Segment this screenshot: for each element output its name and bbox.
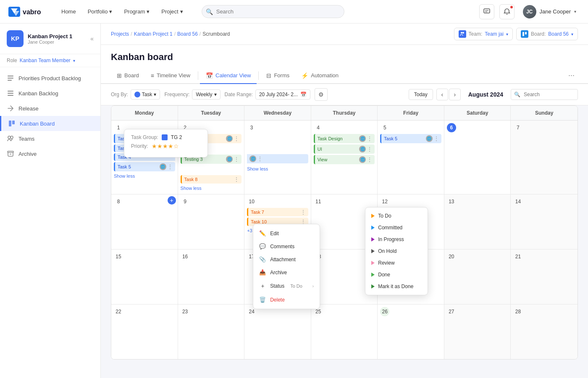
next-arrow-button[interactable]: ›	[449, 89, 461, 100]
task4-wed[interactable]: 🌐 ⋮	[247, 154, 308, 163]
task4-wed-dots[interactable]: ⋮	[257, 156, 262, 162]
date-range-label: Date Range:	[225, 92, 253, 97]
tab-calendar[interactable]: 📅 Calendar View	[200, 68, 257, 84]
sidebar-item-label-kanban-board: Kanban Board	[20, 121, 55, 127]
task-bar-task5-fri[interactable]: Task 5 🌐 ⋮	[380, 134, 441, 143]
priorities-icon	[7, 74, 14, 82]
add-task-w2-mon[interactable]: +	[168, 196, 176, 205]
popup-group-value: TG 2	[171, 134, 182, 140]
status-in-progress[interactable]: In Progress	[365, 234, 428, 245]
ui-dots[interactable]: ⋮	[367, 146, 372, 152]
view-dots[interactable]: ⋮	[367, 157, 372, 163]
task-bar-task8[interactable]: Task 8 ⋮	[181, 175, 242, 184]
task-bar-task7[interactable]: Task 7 ⋮	[247, 208, 308, 216]
frequency-select[interactable]: Weekly ▾	[192, 89, 220, 100]
day-num-21: 21	[513, 252, 522, 261]
sidebar-item-kanban-board[interactable]: Kanban Board	[0, 116, 100, 131]
ctx-edit-label: Edit	[270, 231, 279, 236]
sidebar-item-release[interactable]: Release	[0, 101, 100, 116]
day-header-sat: Saturday	[444, 106, 511, 120]
calendar-tab-label: Calendar View	[215, 72, 251, 79]
sidebar-item-archive[interactable]: Archive	[0, 146, 100, 161]
status-todo[interactable]: To Do	[365, 210, 428, 222]
sidebar-collapse-button[interactable]: «	[90, 35, 94, 42]
teams-icon	[7, 135, 14, 142]
notifications-button[interactable]	[499, 4, 514, 19]
edit-icon: ✏️	[259, 230, 266, 236]
task8-dots[interactable]: ⋮	[234, 176, 239, 182]
nav-links: Home Portfolio ▾ Program ▾ Project ▾	[56, 6, 188, 17]
task7-dots[interactable]: ⋮	[301, 209, 306, 215]
task-bar-view[interactable]: View 🌐 ⋮	[314, 155, 375, 164]
sidebar-item-priorities[interactable]: Priorities Product Backlog	[0, 71, 100, 86]
logo-svg: vabro	[8, 5, 46, 18]
status-committed[interactable]: Committed	[365, 222, 428, 234]
day-num-10: 10	[247, 197, 256, 206]
calendar-search-input[interactable]	[511, 89, 578, 100]
task-bar-ui[interactable]: UI 🌐 ⋮	[314, 144, 375, 154]
task-bar-task5-w1[interactable]: Task 5 🌐 ⋮	[114, 162, 175, 171]
testing3-dots[interactable]: ⋮	[234, 156, 239, 162]
status-done[interactable]: Done	[365, 269, 428, 281]
tab-more-button[interactable]: ···	[565, 68, 578, 83]
nav-project[interactable]: Project ▾	[156, 6, 188, 17]
sidebar-item-teams[interactable]: Teams	[0, 131, 100, 146]
task-circle-icon	[134, 92, 140, 97]
org-by-select[interactable]: Task ▾	[131, 89, 160, 100]
status-on-hold[interactable]: On Hold	[365, 245, 428, 257]
nav-portfolio[interactable]: Portfolio ▾	[83, 6, 118, 17]
show-less-wed[interactable]: Show less	[247, 165, 308, 172]
date-range-picker[interactable]: 20 July 2024- 2... 📅	[255, 89, 310, 100]
nav-program[interactable]: Program ▾	[119, 6, 155, 17]
task5-w1-dots[interactable]: ⋮	[168, 164, 173, 170]
task-bar-task-design[interactable]: Task Design 🌐 ⋮	[314, 134, 375, 143]
board-selector[interactable]: Board: Board 56 ▾	[516, 28, 578, 40]
day-header-sun: Sunday	[511, 106, 578, 120]
breadcrumb-board[interactable]: Board 56	[177, 31, 198, 37]
tab-board[interactable]: ⊞ Board	[111, 68, 145, 84]
messages-button[interactable]	[479, 4, 494, 19]
board-selector-label: Board:	[531, 31, 546, 37]
breadcrumb-controls: Team: Team jai ▾ Board: Board 56 ▾	[454, 28, 578, 40]
status-mark-done[interactable]: Mark it as Done	[365, 281, 428, 292]
nav-home[interactable]: Home	[56, 6, 81, 17]
popup-priority-row: Priority: ★★★★☆	[131, 143, 201, 150]
filter-button[interactable]: ⚙	[315, 88, 328, 101]
team-selector[interactable]: Team: Team jai ▾	[454, 28, 513, 40]
ctx-comments[interactable]: 💬 Comments	[253, 240, 320, 253]
task4-cont-wed: 🌐 ⋮	[247, 154, 308, 164]
project-name: Kanban Project 1	[28, 33, 72, 39]
ctx-archive[interactable]: 📥 Archive	[253, 266, 320, 279]
board-selector-value: Board 56	[548, 31, 569, 37]
ctx-status[interactable]: ＋ Status To Do ›	[253, 279, 320, 293]
global-search[interactable]: 🔍	[202, 5, 344, 18]
prev-arrow-button[interactable]: ‹	[436, 89, 448, 100]
user-menu-button[interactable]: JC Jane Cooper ▾	[520, 3, 580, 20]
tab-timeline[interactable]: ≡ Timeline View	[145, 68, 196, 84]
day-num-5: 5	[380, 123, 389, 132]
ctx-comments-label: Comments	[270, 244, 294, 249]
task5-fri-dots[interactable]: ⋮	[434, 136, 439, 142]
task6-dots[interactable]: ⋮	[234, 136, 239, 142]
show-less-tue[interactable]: Show less	[181, 185, 242, 192]
board-tab-icon: ⊞	[117, 72, 122, 79]
ctx-delete[interactable]: 🗑️ Delete	[253, 293, 320, 306]
tab-automation[interactable]: ⚡ Automation	[295, 68, 344, 84]
search-input[interactable]	[202, 5, 344, 18]
task-design-dots[interactable]: ⋮	[367, 136, 372, 142]
ctx-edit[interactable]: ✏️ Edit	[253, 227, 320, 240]
breadcrumb-projects[interactable]: Projects	[111, 31, 129, 37]
today-button[interactable]: Today	[409, 89, 433, 100]
ctx-attachment[interactable]: 📎 Attachment	[253, 253, 320, 266]
timeline-tab-icon: ≡	[151, 72, 154, 79]
status-review[interactable]: Review	[365, 257, 428, 269]
breadcrumb-project[interactable]: Kanban Project 1	[134, 31, 173, 37]
show-less-mon[interactable]: Show less	[114, 173, 175, 179]
role-value[interactable]: Kanban Team Member	[20, 58, 71, 63]
status-todo-label: To Do	[378, 213, 391, 219]
sidebar-item-kanban-backlog[interactable]: Kanban Backlog	[0, 86, 100, 101]
board-selector-chevron: ▾	[571, 32, 573, 37]
svg-rect-13	[8, 95, 13, 96]
tab-forms[interactable]: ⊟ Forms	[260, 68, 295, 84]
status-arrow: ›	[312, 284, 314, 289]
